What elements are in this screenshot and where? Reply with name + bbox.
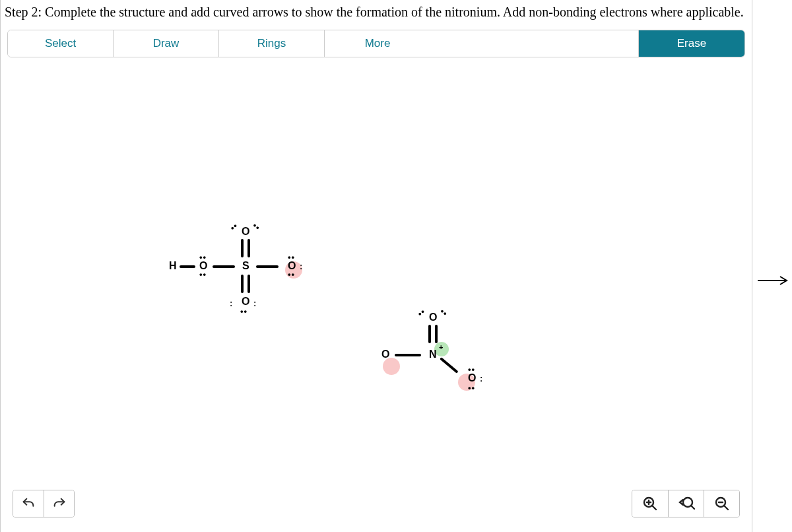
more-tool-button[interactable]: More: [325, 30, 430, 57]
single-bond: [395, 354, 421, 356]
atom-O-left: O: [381, 349, 389, 360]
step-instruction: Step 2: Complete the structure and add c…: [1, 0, 752, 28]
single-bond: [256, 265, 279, 268]
double-bond: [241, 275, 250, 293]
lone-pair: :: [230, 298, 233, 308]
structure-sulfuric-acid[interactable]: O •• •• S O : : •• O •• •• H: [169, 226, 327, 338]
charge-plus: +: [439, 343, 443, 351]
svg-line-1: [652, 506, 656, 510]
atom-S: S: [242, 260, 249, 272]
zoom-button-group: [632, 490, 740, 517]
toolbar: Select Draw Rings More Erase: [7, 30, 745, 57]
history-button-group: [13, 490, 75, 517]
single-bond: [440, 357, 459, 374]
structure-nitric-acid[interactable]: O •• •• N + O O •• : ••: [374, 312, 525, 411]
double-bond: [428, 325, 438, 343]
lone-pair: ••: [415, 306, 427, 319]
lone-pair: ••: [199, 269, 207, 279]
zoom-in-button[interactable]: [632, 490, 668, 517]
atom-H: H: [169, 260, 177, 272]
arrow-right-icon: [758, 274, 791, 287]
redo-icon: [52, 496, 67, 511]
svg-line-7: [724, 506, 728, 510]
lone-pair: :: [253, 298, 257, 308]
rings-tool-button[interactable]: Rings: [219, 30, 325, 57]
zoom-in-icon: [642, 496, 658, 512]
lone-pair: ••: [468, 383, 475, 393]
lone-pair: ••: [228, 220, 240, 233]
lone-pair: ••: [288, 269, 295, 279]
single-bond: [213, 265, 235, 268]
reset-zoom-icon: [678, 496, 695, 512]
erase-button[interactable]: Erase: [639, 30, 744, 57]
undo-icon: [21, 496, 36, 511]
undo-button[interactable]: [13, 490, 44, 517]
reset-zoom-button[interactable]: [668, 490, 704, 517]
lone-pair: ••: [250, 220, 262, 233]
toolbar-spacer: [430, 30, 639, 57]
reaction-arrow: [758, 274, 791, 290]
double-bond: [241, 239, 250, 257]
lone-pair: :: [480, 374, 483, 383]
lone-pair: ••: [288, 252, 295, 262]
lone-pair: ••: [240, 306, 248, 316]
lone-pair: ••: [468, 364, 475, 374]
editor-panel: Step 2: Complete the structure and add c…: [0, 0, 752, 532]
zoom-out-icon: [714, 496, 730, 512]
select-tool-button[interactable]: Select: [8, 30, 114, 57]
zoom-out-button[interactable]: [704, 490, 739, 517]
atom-N: N: [429, 349, 437, 360]
single-bond: [180, 265, 195, 268]
draw-tool-button[interactable]: Draw: [114, 30, 219, 57]
lone-pair: :: [300, 261, 303, 271]
lone-pair: ••: [199, 252, 207, 262]
svg-line-5: [691, 506, 694, 509]
redo-button[interactable]: [44, 490, 74, 517]
atom-O-top: O: [429, 312, 437, 323]
atom-O-top: O: [242, 226, 249, 238]
drawing-canvas[interactable]: O •• •• S O : : •• O •• •• H: [1, 57, 752, 480]
lone-pair: ••: [438, 306, 449, 319]
